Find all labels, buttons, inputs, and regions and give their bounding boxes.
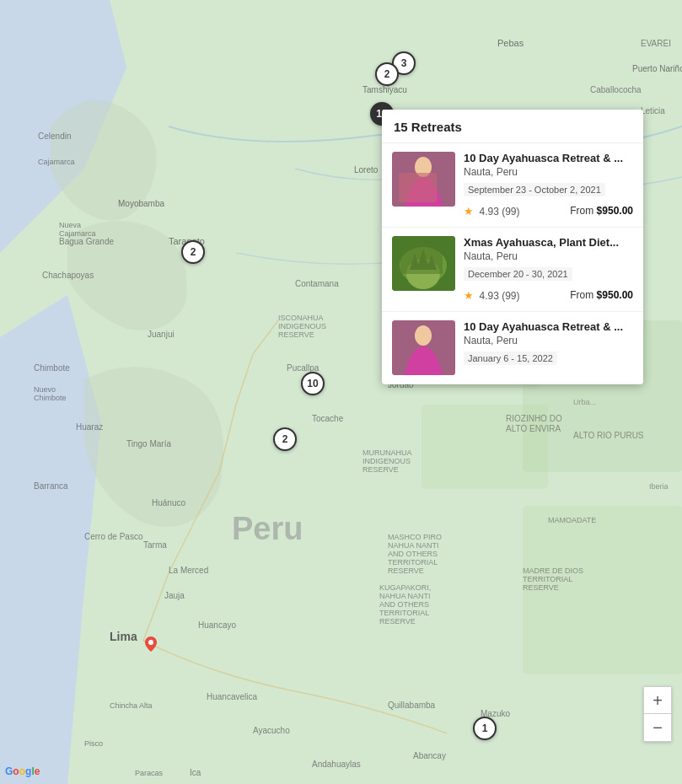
popup-header: 15 Retreats: [382, 110, 643, 143]
svg-text:Tingo María: Tingo María: [126, 439, 171, 448]
marker-2a[interactable]: 2: [375, 62, 399, 86]
rating-text-1: 4.93 (99): [479, 206, 519, 217]
svg-text:Huánuco: Huánuco: [152, 498, 185, 507]
retreat-date-2: December 20 - 30, 2021: [464, 267, 572, 281]
svg-text:Paracas: Paracas: [135, 769, 164, 777]
retreat-location-2: Nauta, Peru: [464, 250, 633, 262]
svg-text:Ica: Ica: [190, 768, 201, 777]
svg-text:Caballococha: Caballococha: [590, 85, 642, 94]
retreat-date-1: September 23 - October 2, 2021: [464, 183, 605, 196]
svg-text:Jauja: Jauja: [164, 591, 185, 600]
svg-text:EVAREI: EVAREI: [641, 39, 671, 48]
svg-text:Pisco: Pisco: [84, 739, 103, 748]
svg-text:Moyobamba: Moyobamba: [118, 199, 164, 208]
svg-text:Puerto Nariño: Puerto Nariño: [632, 64, 682, 73]
zoom-controls: + −: [643, 686, 672, 742]
price-text-1: From $950.00: [570, 205, 633, 217]
svg-point-61: [148, 640, 153, 645]
marker-2b[interactable]: 2: [181, 240, 205, 264]
retreat-date-3: January 6 - 15, 2022: [464, 352, 557, 365]
svg-text:Andahuaylas: Andahuaylas: [312, 760, 361, 769]
svg-text:Peru: Peru: [232, 511, 303, 546]
svg-text:Chimbote: Chimbote: [34, 363, 70, 373]
retreat-location-3: Nauta, Peru: [464, 335, 633, 346]
svg-point-70: [415, 327, 432, 344]
retreat-name-1: 10 Day Ayahuasca Retreat & ...: [464, 152, 633, 164]
svg-text:Cerro de Pasco: Cerro de Pasco: [84, 532, 143, 541]
svg-point-64: [415, 158, 432, 175]
retreat-thumb-3: [392, 320, 455, 375]
svg-text:Quillabamba: Quillabamba: [388, 701, 436, 710]
retreat-card-3[interactable]: 10 Day Ayahuasca Retreat & ... Nauta, Pe…: [382, 312, 643, 384]
retreat-rating-row-1: ★ 4.93 (99) From $950.00: [464, 203, 633, 218]
star-icon-1: ★: [464, 205, 474, 217]
svg-text:Huancayo: Huancayo: [198, 620, 236, 630]
retreat-popup: 15 Retreats 10 Day Ayahuasca Retreat & .…: [382, 110, 643, 384]
retreat-info-1: 10 Day Ayahuasca Retreat & ... Nauta, Pe…: [464, 152, 633, 218]
retreat-card-2[interactable]: Xmas Ayahuasca, Plant Diet... Nauta, Per…: [382, 228, 643, 312]
retreat-name-2: Xmas Ayahuasca, Plant Diet...: [464, 236, 633, 249]
svg-text:Chachapoyas: Chachapoyas: [42, 271, 94, 280]
svg-text:Iberia: Iberia: [649, 482, 669, 491]
retreat-name-3: 10 Day Ayahuasca Retreat & ...: [464, 320, 633, 333]
retreat-location-1: Nauta, Peru: [464, 166, 633, 178]
svg-text:Abancay: Abancay: [413, 751, 446, 760]
svg-text:Chincha Alta: Chincha Alta: [110, 701, 153, 710]
svg-text:Tamshiyacu: Tamshiyacu: [362, 85, 407, 94]
map-container: Pebas Puerto Nariño Caballococha EVAREI …: [0, 0, 682, 784]
svg-text:Contamana: Contamana: [295, 279, 339, 288]
svg-text:Bagua Grande: Bagua Grande: [59, 237, 114, 246]
retreat-card-1[interactable]: 10 Day Ayahuasca Retreat & ... Nauta, Pe…: [382, 143, 643, 228]
svg-text:Loreto: Loreto: [354, 165, 379, 175]
google-logo: Google: [5, 765, 40, 777]
marker-1[interactable]: 1: [473, 717, 497, 740]
retreat-thumb-1: [392, 152, 455, 207]
svg-text:Juanjui: Juanjui: [148, 330, 175, 339]
svg-text:MAMOADATE: MAMOADATE: [548, 516, 596, 524]
svg-text:Leticia: Leticia: [641, 106, 665, 115]
svg-text:Cajamarca: Cajamarca: [38, 158, 75, 166]
svg-text:Ayacucho: Ayacucho: [253, 726, 290, 735]
popup-list[interactable]: 10 Day Ayahuasca Retreat & ... Nauta, Pe…: [382, 143, 643, 384]
retreat-rating-row-2: ★ 4.93 (99) From $950.00: [464, 287, 633, 303]
svg-text:Tarma: Tarma: [143, 540, 167, 550]
svg-text:Lima: Lima: [110, 630, 137, 643]
svg-text:La Merced: La Merced: [169, 566, 208, 575]
rating-text-2: 4.93 (99): [479, 290, 519, 302]
lima-pin: [145, 636, 157, 655]
svg-text:Huaraz: Huaraz: [76, 422, 103, 432]
marker-10[interactable]: 10: [301, 372, 325, 395]
zoom-in-button[interactable]: +: [644, 687, 671, 714]
marker-2c[interactable]: 2: [273, 427, 297, 451]
svg-text:Urba...: Urba...: [573, 398, 596, 406]
star-icon-2: ★: [464, 289, 474, 302]
retreat-info-2: Xmas Ayahuasca, Plant Diet... Nauta, Per…: [464, 236, 633, 303]
retreat-info-3: 10 Day Ayahuasca Retreat & ... Nauta, Pe…: [464, 320, 633, 369]
svg-point-67: [406, 259, 440, 289]
svg-text:ALTO RIO PURUS: ALTO RIO PURUS: [573, 431, 644, 440]
zoom-out-button[interactable]: −: [644, 714, 671, 741]
svg-text:Huancavelica: Huancavelica: [207, 692, 257, 701]
svg-text:Celendin: Celendin: [38, 132, 71, 141]
retreat-thumb-2: [392, 236, 455, 291]
svg-text:RIOZINHO DOALTO ENVIRA: RIOZINHO DOALTO ENVIRA: [506, 414, 562, 433]
svg-text:Barranca: Barranca: [34, 481, 68, 491]
svg-text:Tocache: Tocache: [312, 414, 344, 423]
price-text-2: From $950.00: [570, 289, 633, 301]
svg-text:Pebas: Pebas: [497, 38, 524, 48]
